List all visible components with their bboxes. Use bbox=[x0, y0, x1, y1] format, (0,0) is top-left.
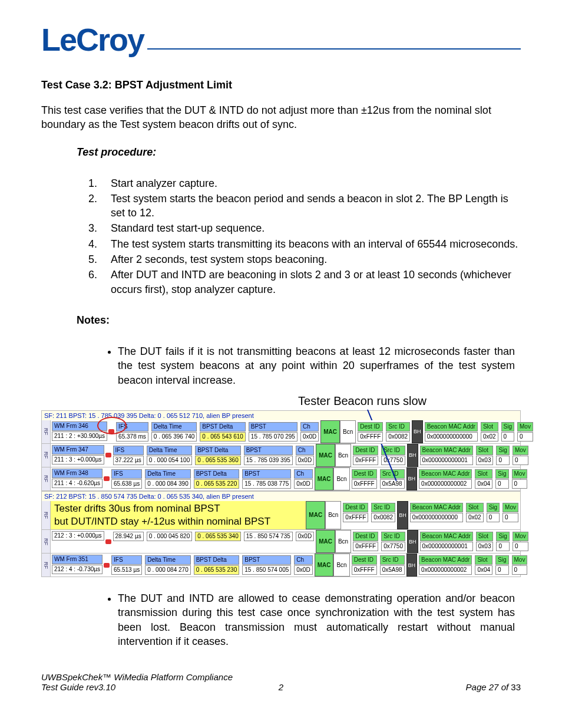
bh-badge: BH bbox=[397, 501, 408, 529]
mac-badge: MAC bbox=[315, 554, 334, 577]
col-src-id: Src ID bbox=[380, 555, 405, 565]
procedure-heading: Test procedure: bbox=[77, 146, 521, 159]
mov-value: 0 bbox=[503, 513, 518, 522]
mac-badge: MAC bbox=[316, 444, 335, 467]
col-ch: Ch bbox=[294, 555, 312, 565]
procedure-list: Start analyzer capture. Test system star… bbox=[41, 176, 521, 297]
logo-underline bbox=[147, 48, 521, 50]
col-sig: Sig bbox=[496, 532, 509, 541]
wm-frame-label: WM Frm 347 bbox=[52, 445, 104, 454]
procedure-step: The test system starts transmitting its … bbox=[100, 237, 521, 251]
src-value: 0x5A98 bbox=[380, 479, 405, 489]
ifs-value: 28.942 µs bbox=[113, 532, 144, 541]
col-mov: Mov bbox=[512, 555, 528, 565]
ifs-value: 65.378 ms bbox=[116, 432, 148, 442]
col-slot: Slot bbox=[481, 422, 498, 431]
col-delta-time: Delta Time bbox=[151, 422, 197, 431]
wm-frame-label: WM Frm 351 bbox=[52, 555, 103, 564]
slot-info: 211 : 3 : +0.000µs bbox=[52, 455, 104, 465]
col-sig: Sig bbox=[501, 422, 514, 431]
mac-badge: MAC bbox=[316, 530, 335, 553]
delta-value: 0 . 000 084 390 bbox=[145, 479, 191, 489]
src-value: 0x0082 bbox=[371, 513, 395, 522]
mac-badge: MAC bbox=[320, 420, 340, 443]
bpst-delta-value: 0 . 065 535 360 bbox=[195, 456, 241, 465]
slot-info: 212 : 4 : -0.730µs bbox=[52, 565, 103, 574]
frame-row: RF WM Frm 347 211 : 3 : +0.000µs IFS37.2… bbox=[41, 444, 521, 467]
bcn-label: Bcn bbox=[335, 530, 351, 553]
mov-value: 0 bbox=[513, 542, 528, 551]
test-case-heading: Test Case 3.2: BPST Adjustment Limit bbox=[41, 79, 521, 91]
bcn-label: Bcn bbox=[333, 554, 349, 577]
col-dest-id: Dest ID bbox=[353, 532, 378, 541]
mac-addr-value: 0x000000000001 bbox=[420, 456, 473, 465]
col-src-id: Src ID bbox=[386, 422, 410, 431]
col-dest-id: Dest ID bbox=[358, 422, 383, 431]
notes-list: The DUT fails if it is not transmitting … bbox=[41, 344, 521, 387]
col-delta-time: Delta Time bbox=[147, 446, 193, 455]
connector-icon bbox=[108, 420, 114, 443]
col-mov: Mov bbox=[512, 469, 528, 479]
brand-header: LeCroy bbox=[41, 24, 521, 55]
drift-line2: but DUT/INTD stay +/-12us within nominal… bbox=[54, 515, 302, 528]
col-src-id: Src ID bbox=[371, 503, 395, 512]
rf-label: RF bbox=[42, 467, 51, 490]
mac-addr-value: 0x000000000000 bbox=[410, 513, 463, 522]
col-bpst-delta: BPST Delta bbox=[194, 469, 240, 479]
col-dest-id: Dest ID bbox=[352, 555, 377, 565]
ch-value: 0x0D bbox=[300, 432, 319, 442]
delta-value: 0 . 000 084 270 bbox=[145, 565, 191, 575]
bpst-delta-value: 0 . 065 535 220 bbox=[194, 479, 240, 489]
frame-row: RF WM Frm 348 211 : 4 : -0.620µs IFS65.6… bbox=[41, 467, 521, 491]
col-bpst-delta: BPST Delta bbox=[200, 422, 246, 431]
procedure-step: Start analyzer capture. bbox=[100, 176, 521, 190]
mac-badge: MAC bbox=[315, 467, 334, 490]
ifs-value: 65.638 µs bbox=[111, 479, 142, 489]
footer-subtitle: Test Guide rev3.10 bbox=[41, 682, 279, 692]
mov-value: 0 bbox=[513, 456, 528, 465]
logo-part-le: Le bbox=[41, 22, 76, 57]
delta-value: 0 . 000 045 820 bbox=[147, 532, 193, 541]
bpst-value: 15 . 785 038 775 bbox=[242, 479, 291, 489]
col-ch: Ch bbox=[296, 446, 314, 455]
col-slot: Slot bbox=[476, 532, 494, 541]
footer-page-total: 33 bbox=[511, 682, 521, 692]
dest-value: 0xFFFF bbox=[352, 565, 377, 575]
dest-value: 0xFFFF bbox=[358, 432, 383, 442]
slot-info: 211 : 4 : -0.620µs bbox=[52, 479, 103, 488]
col-mov: Mov bbox=[513, 532, 528, 541]
mac-addr-value: 0x000000000002 bbox=[419, 565, 472, 575]
superframe-header: SF: 212 BPST: 15 . 850 574 735 Delta: 0 … bbox=[41, 491, 521, 501]
col-dest-id: Dest ID bbox=[352, 469, 377, 479]
mov-value: 0 bbox=[512, 565, 528, 575]
col-dest-id: Dest ID bbox=[353, 446, 378, 455]
drift-annotation: Tester drifts 30us from nominal BPST but… bbox=[51, 501, 306, 529]
bpst-delta-value: 0 . 065 535 340 bbox=[195, 532, 241, 541]
col-bpst: BPST bbox=[244, 446, 293, 455]
delta-value: 0 . 000 054 100 bbox=[147, 456, 193, 465]
rf-label: RF bbox=[42, 554, 51, 577]
frame-row: RF WM Frm 351 212 : 4 : -0.730µs IFS65.5… bbox=[41, 554, 521, 577]
bcn-label: Bcn bbox=[335, 444, 351, 467]
ch-value: 0x0D bbox=[296, 532, 314, 541]
col-mac-addr: Beacon MAC Addr bbox=[419, 469, 472, 479]
col-sig: Sig bbox=[487, 503, 500, 512]
procedure-step: After DUT and INTD are beaconing in slot… bbox=[100, 268, 521, 297]
col-src-id: Src ID bbox=[380, 469, 405, 479]
notes-list-continued: The DUT and INTD are allowed to cease de… bbox=[41, 591, 521, 648]
slot-value: 0x03 bbox=[476, 456, 494, 465]
bpst-delta-value: 0 . 065 535 230 bbox=[194, 565, 240, 575]
bpst-value: 15 . 785 070 295 bbox=[249, 432, 297, 442]
col-ifs: IFS bbox=[111, 469, 142, 479]
notes-heading: Notes: bbox=[77, 314, 521, 327]
sig-value: 0 bbox=[487, 513, 500, 522]
col-bpst-delta: BPST Delta bbox=[194, 555, 240, 565]
slot-value: 0x02 bbox=[481, 432, 498, 442]
col-sig: Sig bbox=[496, 446, 509, 455]
mac-addr-value: 0x000000000000 bbox=[425, 432, 478, 442]
rf-label: RF bbox=[42, 444, 51, 467]
col-sig: Sig bbox=[495, 469, 508, 479]
col-bpst: BPST bbox=[242, 469, 291, 479]
bcn-label: Bcn bbox=[333, 467, 349, 490]
connector-icon bbox=[105, 444, 111, 467]
